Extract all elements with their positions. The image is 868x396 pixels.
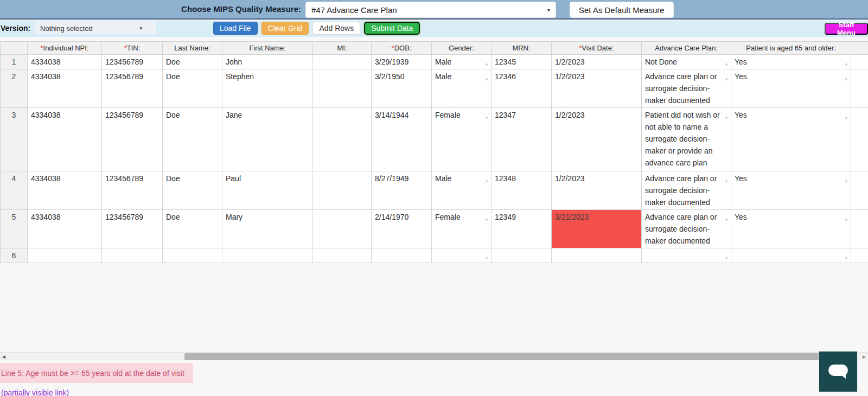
- cell-mrn[interactable]: 12348: [492, 171, 552, 210]
- cell-npi[interactable]: 4334038: [28, 108, 102, 171]
- cell-last-name[interactable]: Doe: [163, 108, 222, 171]
- cell-advance-care-plan[interactable]: Advance care plan or surrogate decision-…: [642, 69, 731, 108]
- scroll-right-arrow-icon[interactable]: ►: [861, 353, 867, 360]
- cell-advance-care-plan[interactable]: Not Done▼: [642, 55, 731, 69]
- cell-npi[interactable]: 4334038: [28, 55, 102, 69]
- load-file-button[interactable]: Load File: [213, 22, 258, 35]
- cell-last-name[interactable]: Doe: [163, 210, 222, 248]
- cell-dob[interactable]: 2/14/1970: [372, 210, 432, 248]
- dropdown-caret-icon: ▼: [484, 112, 489, 124]
- row-number[interactable]: 2: [1, 69, 28, 108]
- submit-data-button[interactable]: Submit Data: [364, 22, 420, 35]
- cell-gender[interactable]: Female▼: [432, 210, 492, 248]
- cell-gender[interactable]: Male▼: [432, 69, 492, 108]
- cell-last-name[interactable]: Doe: [163, 171, 222, 210]
- cell-tin[interactable]: 123456789: [102, 210, 163, 248]
- cell-npi[interactable]: 4334038: [28, 171, 102, 210]
- cell-mi[interactable]: [313, 55, 372, 69]
- clear-grid-button[interactable]: Clear Grid: [261, 22, 309, 35]
- cell-dob[interactable]: 3/14/1944: [372, 108, 432, 171]
- staff-menu-button[interactable]: Staff Menu: [825, 23, 868, 35]
- cell-mrn[interactable]: 12347: [492, 108, 552, 171]
- cell-mrn[interactable]: 12345: [492, 55, 552, 69]
- measure-select[interactable]: #47 Advance Care Plan ▾: [305, 2, 556, 18]
- cell-aged-65[interactable]: ▼: [731, 248, 851, 263]
- dropdown-caret-icon: ▼: [484, 74, 489, 86]
- cell-first-name[interactable]: Paul: [222, 171, 313, 210]
- cell-npi[interactable]: [28, 248, 102, 263]
- grid-row-5: 5 4334038 123456789 Doe Mary 2/14/1970 F…: [1, 210, 868, 248]
- cell-mrn[interactable]: 12346: [492, 69, 552, 108]
- cell-visit-date-error[interactable]: 3/21/2023: [552, 210, 642, 248]
- cell-npi[interactable]: 4334038: [28, 210, 102, 248]
- cell-aged-65[interactable]: Yes▼: [731, 108, 851, 171]
- cell-advance-care-plan[interactable]: Advance care plan or surrogate decision-…: [642, 210, 731, 248]
- cell-mrn[interactable]: 12349: [492, 210, 552, 248]
- cell-advance-care-plan[interactable]: Patient did not wish or not able to name…: [642, 108, 731, 171]
- chat-launcher-button[interactable]: [819, 352, 857, 392]
- truncated-link[interactable]: (partially visible link): [1, 388, 69, 396]
- cell-last-name[interactable]: [163, 248, 222, 263]
- cell-last-name[interactable]: Doe: [163, 55, 222, 69]
- cell-stub: [851, 210, 868, 248]
- cell-advance-care-plan[interactable]: Advance care plan or surrogate decision-…: [642, 171, 731, 210]
- cell-visit-date[interactable]: 1/2/2023: [552, 171, 642, 210]
- cell-mi[interactable]: [313, 171, 372, 210]
- version-select[interactable]: Nothing selected ▾: [35, 22, 156, 34]
- scroll-left-arrow-icon[interactable]: ◄: [1, 353, 7, 360]
- cell-first-name[interactable]: [222, 248, 313, 263]
- cell-tin[interactable]: 123456789: [102, 55, 163, 69]
- cell-advance-care-plan[interactable]: ▼: [642, 248, 731, 263]
- cell-gender[interactable]: Female▼: [432, 108, 492, 171]
- cell-tin[interactable]: 123456789: [102, 108, 163, 171]
- cell-npi[interactable]: 4334038: [28, 69, 102, 108]
- cell-first-name[interactable]: Jane: [222, 108, 313, 171]
- cell-tin[interactable]: 123456789: [102, 69, 163, 108]
- cell-last-name[interactable]: Doe: [163, 69, 222, 108]
- add-rows-button[interactable]: Add Rows: [312, 22, 360, 35]
- scrollbar-thumb[interactable]: [184, 353, 838, 360]
- cell-mi[interactable]: [313, 69, 372, 108]
- cell-tin[interactable]: [102, 248, 163, 263]
- horizontal-scrollbar[interactable]: ◄ ►: [0, 352, 868, 360]
- cell-dob[interactable]: 3/29/1939: [372, 55, 432, 69]
- col-header-tin: *TIN:: [102, 42, 163, 55]
- cell-visit-date[interactable]: [552, 248, 642, 263]
- cell-dob[interactable]: 8/27/1949: [372, 171, 432, 210]
- row-number[interactable]: 3: [1, 108, 28, 171]
- cell-aged-65[interactable]: Yes▼: [731, 55, 851, 69]
- cell-mi[interactable]: [313, 210, 372, 248]
- row-number[interactable]: 5: [1, 210, 28, 248]
- cell-stub: [851, 55, 868, 69]
- cell-aged-65[interactable]: Yes▼: [731, 69, 851, 108]
- cell-gender[interactable]: ▼: [432, 248, 492, 263]
- cell-first-name[interactable]: John: [222, 55, 313, 69]
- cell-stub: [851, 171, 868, 210]
- cell-gender[interactable]: Male▼: [432, 171, 492, 210]
- row-number[interactable]: 1: [1, 55, 28, 69]
- measure-label: Choose MIPS Quality Measure:: [181, 4, 301, 14]
- row-number[interactable]: 6: [1, 248, 28, 263]
- col-header-individual-npi: *Individual NPI:: [28, 42, 102, 55]
- cell-aged-65[interactable]: Yes▼: [731, 210, 851, 248]
- cell-visit-date[interactable]: 1/2/2023: [552, 108, 642, 171]
- cell-visit-date[interactable]: 1/2/2023: [552, 69, 642, 108]
- cell-dob[interactable]: [372, 248, 432, 263]
- cell-aged-65[interactable]: Yes▼: [731, 171, 851, 210]
- cell-mrn[interactable]: [492, 248, 552, 263]
- cell-visit-date[interactable]: 1/2/2023: [552, 55, 642, 69]
- set-default-measure-button[interactable]: Set As Default Measure: [570, 2, 674, 18]
- cell-first-name[interactable]: Mary: [222, 210, 313, 248]
- cell-dob[interactable]: 3/2/1950: [372, 69, 432, 108]
- grid-actions: Load File Clear Grid Add Rows Submit Dat…: [213, 22, 420, 35]
- grid-header-row: *Individual NPI: *TIN: Last Name: First …: [1, 42, 868, 55]
- chevron-down-icon: ▾: [139, 25, 142, 31]
- cell-gender[interactable]: Male▼: [432, 55, 492, 69]
- cell-first-name[interactable]: Stephen: [222, 69, 313, 108]
- cell-mi[interactable]: [313, 248, 372, 263]
- row-number[interactable]: 4: [1, 171, 28, 210]
- col-header-mrn: MRN:: [492, 42, 552, 55]
- chat-bubble-icon: [828, 365, 848, 376]
- cell-mi[interactable]: [313, 108, 372, 171]
- cell-tin[interactable]: 123456789: [102, 171, 163, 210]
